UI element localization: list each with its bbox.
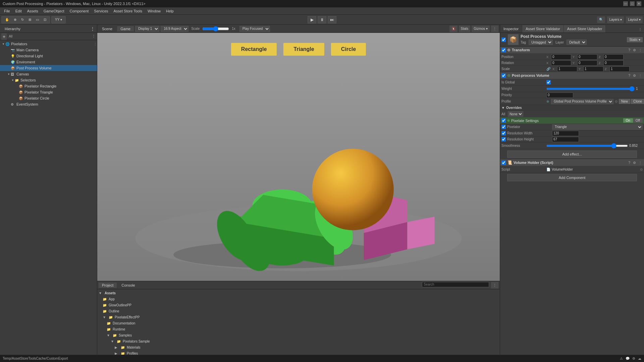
pixelate-enabled[interactable] <box>501 118 506 123</box>
overrides-header[interactable]: ▼ Overrides <box>500 105 644 111</box>
profile-picker[interactable]: ⊙ <box>615 100 618 103</box>
weight-slider[interactable] <box>546 88 635 90</box>
vh-settings[interactable]: ⚙ <box>632 161 637 165</box>
transform-tool[interactable]: ⊡ <box>42 16 48 23</box>
pivot-btn[interactable]: YY ▾ <box>53 16 64 23</box>
res-width-checkbox[interactable] <box>501 131 506 135</box>
inspector-tab-validator[interactable]: Asset Store Validator <box>522 25 564 33</box>
add-component-button[interactable]: Add Component <box>507 174 637 181</box>
assets-options[interactable]: ⋮ <box>491 282 498 289</box>
asset-documentation[interactable]: 📁 Documentation <box>97 320 500 326</box>
tree-item-selectors[interactable]: ▼ 📁 Selectors <box>0 77 97 83</box>
vh-enabled[interactable] <box>501 161 506 165</box>
tree-item-post-process-volume[interactable]: 📦 Post Process Volume <box>0 65 97 71</box>
play-focused-select[interactable]: Play Focused <box>239 26 270 32</box>
asset-outline[interactable]: 📁 Outline <box>97 308 500 314</box>
gizmos-button[interactable]: Gizmos ▾ <box>472 25 490 32</box>
hierarchy-add[interactable]: + <box>1 33 7 40</box>
inspector-tab-uploader[interactable]: Asset Store Uploader <box>564 25 606 33</box>
close-button[interactable]: ✕ <box>637 1 641 6</box>
aspect-select[interactable]: 16:9 Aspect <box>161 26 189 32</box>
layers-button[interactable]: Layers ▾ <box>607 16 624 23</box>
scale-slider[interactable] <box>202 27 229 30</box>
rot-y-input[interactable] <box>577 60 597 66</box>
profile-new-btn[interactable]: New <box>619 99 630 104</box>
off-button[interactable]: Off <box>633 118 643 123</box>
asset-profiles[interactable]: ▶ 📁 Profiles <box>97 350 500 355</box>
menu-edit[interactable]: Edit <box>13 8 24 14</box>
move-tool[interactable]: ⊕ <box>12 16 18 23</box>
tree-item-pixelator-rectangle[interactable]: 📦 Pixelator Rectangle <box>0 83 97 89</box>
vh-more[interactable]: ⋮ <box>638 161 643 165</box>
vh-info[interactable]: ? <box>628 161 631 165</box>
rot-x-input[interactable] <box>551 60 571 66</box>
layer-select[interactable]: Default <box>567 40 587 45</box>
hierarchy-menu[interactable]: ⋮ <box>92 34 96 39</box>
tree-item-pixelator-circle[interactable]: 📦 Pixelator Circle <box>0 95 97 101</box>
inspector-options[interactable]: ⋮ <box>636 27 644 33</box>
menu-file[interactable]: File <box>1 8 13 14</box>
profile-clone-btn[interactable]: Clone <box>631 99 644 104</box>
tree-item-pixelator-triangle[interactable]: 📦 Pixelator Triangle <box>0 89 97 95</box>
ppv-more[interactable]: ⋮ <box>638 74 643 77</box>
res-height-checkbox[interactable] <box>501 137 506 141</box>
menu-window[interactable]: Window <box>145 8 163 14</box>
menu-services[interactable]: Services <box>91 8 111 14</box>
maximize-button[interactable]: □ <box>630 1 635 6</box>
transform-enabled[interactable] <box>501 48 506 52</box>
profile-select[interactable]: Global Post Process Volume Profile <box>551 99 613 104</box>
res-height-input[interactable] <box>552 137 579 142</box>
asset-samples[interactable]: ▼ 📁 Samples <box>97 332 500 338</box>
pos-y-input[interactable] <box>577 54 597 60</box>
ppv-enabled[interactable] <box>501 73 506 78</box>
play-button[interactable]: ▶ <box>308 16 316 23</box>
layout-button[interactable]: Layout ▾ <box>626 16 643 23</box>
mute-button[interactable]: 🔇 <box>449 25 458 32</box>
tree-item-environment[interactable]: 🌍 Enviroment <box>0 59 97 65</box>
asset-pixelateeffectpp[interactable]: ▼ 📁 PixelateEffectPP <box>97 314 500 320</box>
static-button[interactable]: Static ▾ <box>627 37 643 42</box>
rect-tool[interactable]: ▭ <box>34 16 41 23</box>
pos-x-input[interactable] <box>551 54 571 60</box>
priority-input[interactable] <box>546 93 573 98</box>
vp-options[interactable]: ⋮ <box>491 25 498 32</box>
search-button[interactable]: 🔍 <box>597 16 605 23</box>
scale-x-input[interactable] <box>557 66 577 72</box>
pixelator-checkbox[interactable] <box>501 125 506 129</box>
menu-asset-store-tools[interactable]: Asset Store Tools <box>111 8 145 14</box>
minimize-button[interactable]: — <box>623 1 628 6</box>
inspector-tab-inspector[interactable]: Inspector <box>500 25 522 33</box>
menu-component[interactable]: Component <box>67 8 91 14</box>
pixelators-menu[interactable]: ⋮ <box>94 42 97 46</box>
assets-root[interactable]: ▼ Assets <box>97 290 500 296</box>
asset-glowoutlinepp[interactable]: 📁 GlowOutlinePP <box>97 302 500 308</box>
is-global-checkbox[interactable] <box>546 80 551 84</box>
asset-app[interactable]: 📁 App <box>97 296 500 302</box>
tree-item-canvas[interactable]: ▼ 🖼 Canvas <box>0 71 97 77</box>
ppv-info[interactable]: ? <box>628 74 631 77</box>
menu-assets[interactable]: Assets <box>24 8 41 14</box>
smoothness-slider[interactable] <box>546 145 628 147</box>
obj-active-checkbox[interactable] <box>501 38 506 42</box>
asset-runtime[interactable]: 📁 Runtime <box>97 326 500 332</box>
transform-settings[interactable]: ⚙ <box>632 48 637 52</box>
project-tab[interactable]: Project <box>99 283 117 288</box>
tree-item-event-system[interactable]: ⚙ EventSystem <box>0 101 97 107</box>
hierarchy-options[interactable]: ⋮ <box>90 26 95 32</box>
transform-more[interactable]: ⋮ <box>638 48 643 52</box>
none-select[interactable]: None <box>508 111 523 117</box>
stats-button[interactable]: Stats <box>459 25 471 32</box>
asset-materials[interactable]: ▶ 📁 Materials <box>97 344 500 350</box>
rotate-tool[interactable]: ↻ <box>19 16 26 23</box>
assets-search[interactable] <box>422 282 489 287</box>
rot-z-input[interactable] <box>603 60 624 66</box>
ppv-settings[interactable]: ⚙ <box>632 74 637 77</box>
hierarchy-tab[interactable]: Hierarchy <box>2 26 23 32</box>
scale-tool[interactable]: ⊞ <box>26 16 33 23</box>
transform-info[interactable]: ? <box>628 48 631 52</box>
script-picker[interactable]: ⊙ <box>640 168 643 171</box>
game-tab[interactable]: Game <box>117 26 134 32</box>
tree-item-directional-light[interactable]: 💡 Directional Light <box>0 53 97 59</box>
console-tab[interactable]: Console <box>118 283 138 288</box>
tree-item-main-camera[interactable]: 📷 Main Camera <box>0 47 97 53</box>
